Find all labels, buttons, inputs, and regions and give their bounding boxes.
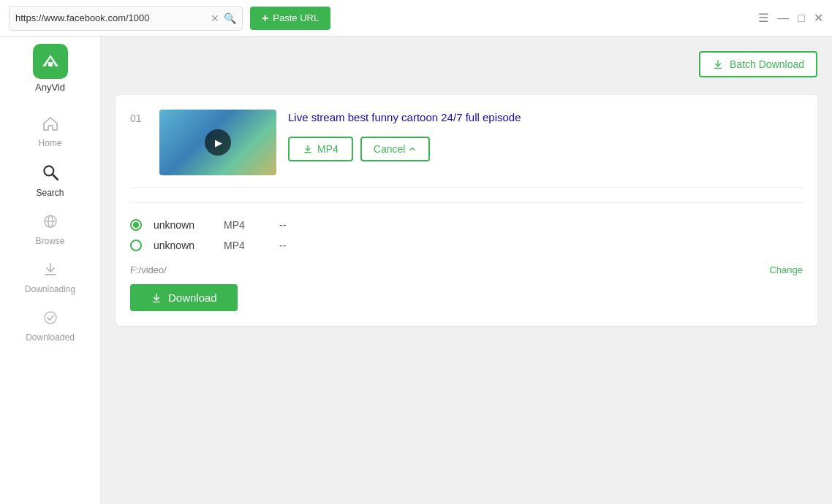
divider — [130, 187, 803, 188]
sidebar-item-search-label: Search — [36, 188, 64, 198]
downloading-icon — [42, 261, 59, 281]
url-clear-icon[interactable]: ✕ — [211, 12, 219, 24]
quality-format-2: MP4 — [224, 240, 268, 251]
video-info: Live stream best funny cartoon 24/7 full… — [288, 110, 803, 161]
quality-name-1: unknown — [154, 219, 212, 231]
video-number: 01 — [130, 112, 148, 124]
quality-row-1: unknown MP4 -- — [130, 215, 803, 235]
plus-icon: + — [262, 12, 268, 25]
quality-size-2: -- — [279, 240, 286, 251]
quality-radio-2[interactable] — [130, 240, 142, 251]
change-link[interactable]: Change — [769, 264, 803, 275]
url-text: https://www.facebook.com/1000 — [15, 12, 211, 23]
logo-area: AnyVid — [33, 44, 68, 93]
sidebar-item-browse-label: Browse — [35, 236, 64, 246]
batch-download-label: Batch Download — [730, 58, 804, 70]
main-content: Batch Download 01 Live stream best funny… — [101, 37, 832, 504]
svg-point-7 — [45, 312, 56, 324]
quality-size-1: -- — [279, 219, 286, 231]
url-bar: https://www.facebook.com/1000 ✕ 🔍 — [9, 6, 243, 31]
quality-row-2: unknown MP4 -- — [130, 235, 803, 256]
app-logo-label: AnyVid — [35, 82, 65, 93]
svg-rect-8 — [714, 68, 722, 69]
paste-url-button[interactable]: + Paste URL — [250, 7, 330, 30]
sidebar: AnyVid Home Search — [0, 37, 101, 504]
quality-format-1: MP4 — [224, 219, 268, 231]
search-nav-icon — [41, 163, 60, 185]
quality-radio-1[interactable] — [130, 219, 142, 231]
sidebar-item-search[interactable]: Search — [0, 156, 100, 205]
sidebar-item-home-label: Home — [38, 138, 61, 148]
download-button[interactable]: Download — [130, 284, 238, 311]
menu-button[interactable]: ☰ — [758, 12, 768, 24]
play-button[interactable] — [205, 129, 231, 156]
close-button[interactable]: ✕ — [814, 12, 823, 24]
svg-line-2 — [53, 175, 58, 180]
titlebar: https://www.facebook.com/1000 ✕ 🔍 + Past… — [0, 0, 832, 37]
search-icon: 🔍 — [224, 12, 236, 24]
paste-url-label: Paste URL — [273, 12, 319, 23]
download-icon — [151, 292, 162, 304]
sidebar-item-browse[interactable]: Browse — [0, 205, 100, 253]
video-thumbnail[interactable] — [159, 110, 276, 175]
batch-download-icon — [712, 58, 724, 70]
mp4-label: MP4 — [317, 143, 339, 155]
sidebar-item-downloaded[interactable]: Downloaded — [0, 302, 100, 350]
video-card: 01 Live stream best funny cartoon 24/7 f… — [116, 95, 817, 326]
home-icon — [42, 115, 59, 135]
save-path-row: F:/video/ Change — [130, 256, 803, 278]
quality-section: unknown MP4 -- unknown MP4 -- — [130, 202, 803, 256]
app-logo-icon — [33, 44, 68, 79]
svg-rect-0 — [48, 62, 53, 66]
video-title: Live stream best funny cartoon 24/7 full… — [288, 110, 803, 125]
svg-rect-9 — [304, 152, 311, 153]
app-body: AnyVid Home Search — [0, 37, 832, 504]
downloaded-icon — [42, 309, 59, 329]
window-controls: ☰ — □ ✕ — [758, 12, 823, 24]
mp4-button[interactable]: MP4 — [288, 137, 353, 161]
chevron-up-icon — [408, 145, 417, 153]
cancel-label: Cancel — [374, 143, 406, 155]
action-buttons: MP4 Cancel — [288, 137, 803, 161]
download-label: Download — [168, 291, 217, 304]
svg-rect-10 — [153, 301, 161, 302]
maximize-button[interactable]: □ — [798, 12, 805, 24]
batch-download-button[interactable]: Batch Download — [699, 51, 817, 77]
cancel-button[interactable]: Cancel — [360, 137, 431, 161]
svg-rect-6 — [45, 274, 56, 275]
quality-name-2: unknown — [154, 240, 212, 251]
save-path-text: F:/video/ — [130, 264, 167, 275]
sidebar-item-downloading[interactable]: Downloading — [0, 253, 100, 302]
video-header: 01 Live stream best funny cartoon 24/7 f… — [130, 110, 803, 175]
sidebar-item-downloading-label: Downloading — [25, 284, 75, 294]
sidebar-item-home[interactable]: Home — [0, 107, 100, 156]
mp4-download-icon — [303, 144, 313, 154]
sidebar-item-downloaded-label: Downloaded — [26, 332, 75, 343]
browse-icon — [42, 213, 59, 233]
minimize-button[interactable]: — — [777, 12, 789, 24]
